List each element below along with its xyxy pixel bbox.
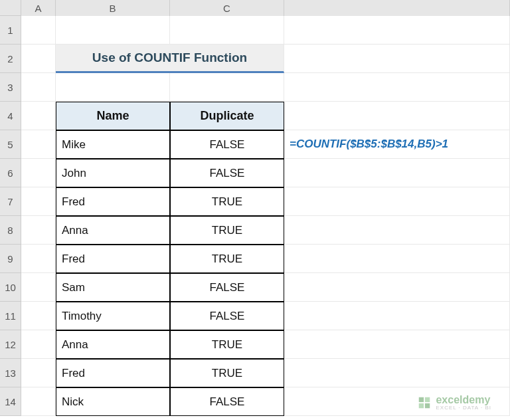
cell-duplicate[interactable]: FALSE [170, 159, 284, 187]
row-header-2[interactable]: 2 [0, 45, 21, 73]
row-4: 4 Name Duplicate [0, 102, 510, 130]
spreadsheet: A B C 1 2 Use of COUNTIF Function 3 4 [0, 0, 510, 420]
cell-A6[interactable] [21, 159, 56, 187]
row-11: 11 Timothy FALSE [0, 302, 510, 330]
cell-duplicate[interactable]: FALSE [170, 273, 284, 302]
cell-A7[interactable] [21, 187, 56, 216]
cell-name[interactable]: Timothy [56, 302, 170, 330]
col-header-D[interactable] [284, 0, 510, 16]
table-header-duplicate[interactable]: Duplicate [170, 102, 284, 130]
cell-name[interactable]: Mike [56, 130, 170, 159]
row-header-6[interactable]: 6 [0, 159, 21, 187]
row-header-7[interactable]: 7 [0, 187, 21, 216]
cell-D1[interactable] [284, 16, 510, 45]
cell-D6[interactable] [284, 159, 510, 187]
cell-A14[interactable] [21, 387, 56, 416]
cell-duplicate[interactable]: TRUE [170, 359, 284, 387]
cell-name[interactable]: Nick [56, 387, 170, 416]
cell-C3[interactable] [170, 73, 284, 102]
cell-B1[interactable] [56, 16, 170, 45]
cell-D12[interactable] [284, 330, 510, 359]
cell-D2[interactable] [284, 45, 510, 73]
cell-duplicate[interactable]: FALSE [170, 302, 284, 330]
cell-A9[interactable] [21, 245, 56, 273]
row-header-8[interactable]: 8 [0, 216, 21, 245]
cell-A8[interactable] [21, 216, 56, 245]
cell-duplicate[interactable]: FALSE [170, 130, 284, 159]
cell-duplicate[interactable]: TRUE [170, 330, 284, 359]
svg-rect-2 [419, 403, 424, 408]
cell-D8[interactable] [284, 216, 510, 245]
row-10: 10 Sam FALSE [0, 273, 510, 302]
col-header-C[interactable]: C [170, 0, 284, 16]
cell-name[interactable]: Fred [56, 359, 170, 387]
cell-A3[interactable] [21, 73, 56, 102]
row-3: 3 [0, 73, 510, 102]
cell-A2[interactable] [21, 45, 56, 73]
page-title[interactable]: Use of COUNTIF Function [56, 45, 284, 73]
row-13: 13 Fred TRUE [0, 359, 510, 387]
svg-rect-1 [425, 397, 430, 402]
cell-duplicate[interactable]: TRUE [170, 216, 284, 245]
table-header-name[interactable]: Name [56, 102, 170, 130]
svg-rect-3 [425, 403, 430, 408]
watermark-brand: exceldemy [436, 395, 491, 405]
cell-A12[interactable] [21, 330, 56, 359]
cell-C1[interactable] [170, 16, 284, 45]
cell-D10[interactable] [284, 273, 510, 302]
watermark-sub: EXCEL · DATA · BI [436, 405, 491, 411]
cell-name[interactable]: Anna [56, 330, 170, 359]
cell-D4[interactable] [284, 102, 510, 130]
col-header-B[interactable]: B [56, 0, 170, 16]
logo-icon [417, 395, 432, 410]
column-headers: A B C [0, 0, 510, 16]
cell-A13[interactable] [21, 359, 56, 387]
row-header-3[interactable]: 3 [0, 73, 21, 102]
row-header-4[interactable]: 4 [0, 102, 21, 130]
cell-A10[interactable] [21, 273, 56, 302]
row-2: 2 Use of COUNTIF Function [0, 45, 510, 73]
rows-container: 1 2 Use of COUNTIF Function 3 4 Name Dup… [0, 16, 510, 416]
formula-annotation: =COUNTIF($B$5:$B$14,B5)>1 [284, 130, 510, 159]
row-5: 5 Mike FALSE =COUNTIF($B$5:$B$14,B5)>1 [0, 130, 510, 159]
watermark: exceldemy EXCEL · DATA · BI [417, 395, 491, 411]
cell-name[interactable]: John [56, 159, 170, 187]
cell-A4[interactable] [21, 102, 56, 130]
row-header-14[interactable]: 14 [0, 387, 21, 416]
row-header-5[interactable]: 5 [0, 130, 21, 159]
cell-name[interactable]: Anna [56, 216, 170, 245]
row-header-10[interactable]: 10 [0, 273, 21, 302]
cell-duplicate[interactable]: FALSE [170, 387, 284, 416]
cell-name[interactable]: Sam [56, 273, 170, 302]
cell-D9[interactable] [284, 245, 510, 273]
cell-A11[interactable] [21, 302, 56, 330]
select-all-corner[interactable] [0, 0, 21, 16]
cell-D7[interactable] [284, 187, 510, 216]
col-header-A[interactable]: A [21, 0, 56, 16]
row-header-12[interactable]: 12 [0, 330, 21, 359]
cell-D13[interactable] [284, 359, 510, 387]
cell-A1[interactable] [21, 16, 56, 45]
row-6: 6 John FALSE [0, 159, 510, 187]
svg-rect-0 [419, 397, 424, 402]
cell-name[interactable]: Fred [56, 245, 170, 273]
cell-duplicate[interactable]: TRUE [170, 245, 284, 273]
cell-D3[interactable] [284, 73, 510, 102]
cell-D11[interactable] [284, 302, 510, 330]
row-header-11[interactable]: 11 [0, 302, 21, 330]
cell-B3[interactable] [56, 73, 170, 102]
row-12: 12 Anna TRUE [0, 330, 510, 359]
row-header-9[interactable]: 9 [0, 245, 21, 273]
cell-name[interactable]: Fred [56, 187, 170, 216]
row-1: 1 [0, 16, 510, 45]
cell-duplicate[interactable]: TRUE [170, 187, 284, 216]
row-header-13[interactable]: 13 [0, 359, 21, 387]
row-9: 9 Fred TRUE [0, 245, 510, 273]
row-7: 7 Fred TRUE [0, 187, 510, 216]
cell-A5[interactable] [21, 130, 56, 159]
row-8: 8 Anna TRUE [0, 216, 510, 245]
row-header-1[interactable]: 1 [0, 16, 21, 45]
